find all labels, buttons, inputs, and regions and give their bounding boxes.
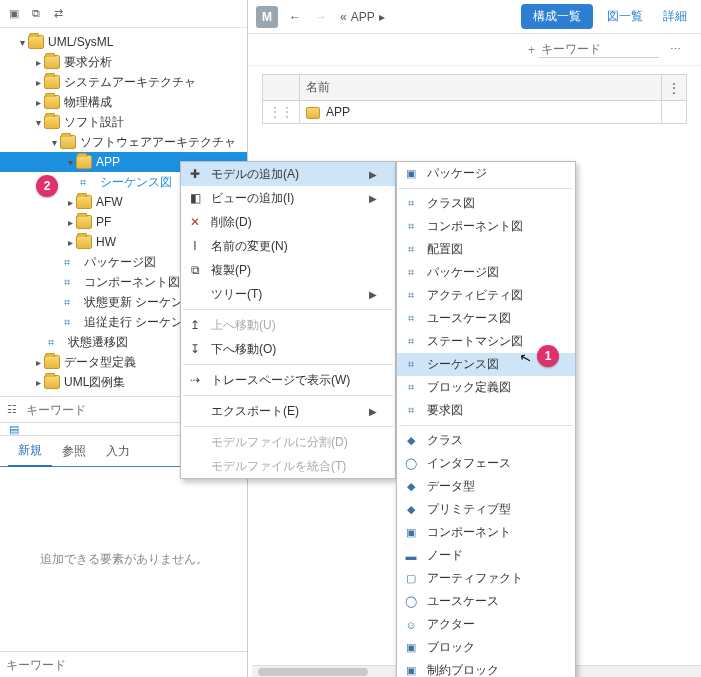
label: 名前の変更(N) bbox=[211, 238, 288, 255]
datatype-icon: ◆ bbox=[403, 480, 419, 493]
sub-component-diagram[interactable]: ⌗コンポーネント図 bbox=[397, 215, 575, 238]
label: モデルファイルを統合(T) bbox=[211, 458, 346, 475]
folder-icon bbox=[306, 107, 320, 119]
ctx-export[interactable]: エクスポート(E) ▶ bbox=[181, 399, 395, 423]
tree-root[interactable]: ▾ UML/SysML bbox=[0, 32, 247, 52]
label: 物理構成 bbox=[64, 94, 112, 111]
col-menu[interactable]: ⋮ bbox=[662, 75, 687, 101]
bc-app: APP bbox=[349, 10, 377, 24]
label: UML図例集 bbox=[64, 374, 125, 391]
nav-back[interactable]: ← bbox=[286, 10, 304, 24]
sub-actor[interactable]: ☺アクター bbox=[397, 613, 575, 636]
diagram-icon: ⌗ bbox=[403, 381, 419, 394]
label: 上へ移動(U) bbox=[211, 317, 276, 334]
label: エクスポート(E) bbox=[211, 403, 299, 420]
nav-forward[interactable]: → bbox=[312, 10, 330, 24]
toolbar-icon-2[interactable]: ⧉ bbox=[28, 6, 44, 22]
diagram-icon: ⌗ bbox=[64, 316, 80, 329]
sub-datatype[interactable]: ◆データ型 bbox=[397, 475, 575, 498]
lower-keyword[interactable] bbox=[0, 651, 247, 677]
right-keyword-input[interactable] bbox=[539, 41, 659, 58]
ctx-move-down[interactable]: ↧ 下へ移動(O) bbox=[181, 337, 395, 361]
breadcrumb[interactable]: « APP ▸ bbox=[338, 10, 513, 24]
sub-package-diagram[interactable]: ⌗パッケージ図 bbox=[397, 261, 575, 284]
tree-item[interactable]: ▸要求分析 bbox=[0, 52, 247, 72]
sub-class[interactable]: ◆クラス bbox=[397, 429, 575, 452]
ctx-add-view[interactable]: ◧ ビューの追加(I) ▶ bbox=[181, 186, 395, 210]
ctx-delete[interactable]: ✕ 削除(D) bbox=[181, 210, 395, 234]
delete-icon: ✕ bbox=[187, 215, 203, 229]
sub-usecase-diagram[interactable]: ⌗ユースケース図 bbox=[397, 307, 575, 330]
diagram-icon: ⌗ bbox=[64, 296, 80, 309]
label: ノード bbox=[427, 547, 463, 564]
ctx-add-model[interactable]: ✚ モデルの追加(A) ▶ bbox=[181, 162, 395, 186]
tab-input[interactable]: 入力 bbox=[96, 437, 140, 466]
drag-handle[interactable]: ⋮⋮ bbox=[263, 101, 300, 124]
ctx-tree[interactable]: ツリー(T) ▶ bbox=[181, 282, 395, 306]
scrollbar-thumb[interactable] bbox=[258, 668, 368, 676]
ctx-rename[interactable]: I 名前の変更(N) bbox=[181, 234, 395, 258]
ctx-split: モデルファイルに分割(D) bbox=[181, 430, 395, 454]
diagram-icon: ⌗ bbox=[403, 243, 419, 256]
context-menu[interactable]: ✚ モデルの追加(A) ▶ ◧ ビューの追加(I) ▶ ✕ 削除(D) I 名前… bbox=[180, 161, 396, 479]
lower-keyword-input[interactable] bbox=[4, 657, 243, 673]
label: ソフトウェアアーキテクチャ bbox=[80, 134, 236, 151]
sub-component[interactable]: ▣コンポーネント bbox=[397, 521, 575, 544]
label: クラス図 bbox=[427, 195, 475, 212]
sub-interface[interactable]: ◯インタフェース bbox=[397, 452, 575, 475]
diagram-icon: ⌗ bbox=[64, 256, 80, 269]
tab-ref[interactable]: 参照 bbox=[52, 437, 96, 466]
ctx-merge: モデルファイルを統合(T) bbox=[181, 454, 395, 478]
sub-block[interactable]: ▣ブロック bbox=[397, 636, 575, 659]
sub-activity-diagram[interactable]: ⌗アクティビティ図 bbox=[397, 284, 575, 307]
label: APP bbox=[96, 155, 120, 169]
sub-node[interactable]: ▬ノード bbox=[397, 544, 575, 567]
col-name[interactable]: 名前 bbox=[300, 75, 662, 101]
label: アクティビティ図 bbox=[427, 287, 523, 304]
link-detail[interactable]: 詳細 bbox=[657, 8, 693, 25]
sub-constraint-block[interactable]: ▣制約ブロック bbox=[397, 659, 575, 677]
annotation-badge-2: 2 bbox=[36, 175, 58, 197]
trace-icon: ⇢ bbox=[187, 373, 203, 387]
ctx-trace[interactable]: ⇢ トレースページで表示(W) bbox=[181, 368, 395, 392]
sub-artifact[interactable]: ▢アーティファクト bbox=[397, 567, 575, 590]
tab-new[interactable]: 新規 bbox=[8, 436, 52, 467]
table-row[interactable]: ⋮⋮ APP bbox=[263, 101, 687, 124]
data-table[interactable]: 名前 ⋮ ⋮⋮ APP bbox=[262, 74, 687, 124]
class-icon: ◆ bbox=[403, 434, 419, 447]
submenu-arrow-icon: ▶ bbox=[355, 193, 377, 204]
label: システムアーキテクチャ bbox=[64, 74, 196, 91]
tree-item[interactable]: ▸システムアーキテクチャ bbox=[0, 72, 247, 92]
sub-package[interactable]: ▣パッケージ bbox=[397, 162, 575, 185]
sequence-icon: ⌗ bbox=[80, 176, 96, 189]
toolbar-icon-3[interactable]: ⇄ bbox=[50, 6, 66, 22]
m-badge: M bbox=[256, 6, 278, 28]
label: インタフェース bbox=[427, 455, 511, 472]
sub-class-diagram[interactable]: ⌗クラス図 bbox=[397, 192, 575, 215]
sub-requirement-diagram[interactable]: ⌗要求図 bbox=[397, 399, 575, 422]
label: アーティファクト bbox=[427, 570, 523, 587]
sub-primitive[interactable]: ◆プリミティブ型 bbox=[397, 498, 575, 521]
tree-item[interactable]: ▾ソフト設計 bbox=[0, 112, 247, 132]
label: 配置図 bbox=[427, 241, 463, 258]
sub-deployment-diagram[interactable]: ⌗配置図 bbox=[397, 238, 575, 261]
label: PF bbox=[96, 215, 111, 229]
ctx-duplicate[interactable]: ⧉ 複製(P) bbox=[181, 258, 395, 282]
add-keyword-icon[interactable]: + bbox=[528, 43, 535, 57]
diagram-icon: ⌗ bbox=[403, 220, 419, 233]
sub-blockdef-diagram[interactable]: ⌗ブロック定義図 bbox=[397, 376, 575, 399]
tree-item[interactable]: ▸物理構成 bbox=[0, 92, 247, 112]
submenu-arrow-icon: ▶ bbox=[355, 289, 377, 300]
label: モデルの追加(A) bbox=[211, 166, 299, 183]
submenu-add-model[interactable]: ▣パッケージ ⌗クラス図 ⌗コンポーネント図 ⌗配置図 ⌗パッケージ図 ⌗アクテ… bbox=[396, 161, 576, 677]
right-search-row: + ⋯ bbox=[248, 34, 701, 66]
tree-item[interactable]: ▾ソフトウェアアーキテクチャ bbox=[0, 132, 247, 152]
search-settings-icon[interactable]: ⋯ bbox=[667, 42, 683, 58]
label: AFW bbox=[96, 195, 123, 209]
toolbar-icon-1[interactable]: ▣ bbox=[6, 6, 22, 22]
sub-usecase[interactable]: ◯ユースケース bbox=[397, 590, 575, 613]
link-diagrams[interactable]: 図一覧 bbox=[601, 8, 649, 25]
btn-structure-list[interactable]: 構成一覧 bbox=[521, 4, 593, 29]
primitive-icon: ◆ bbox=[403, 503, 419, 516]
col-drag bbox=[263, 75, 300, 101]
